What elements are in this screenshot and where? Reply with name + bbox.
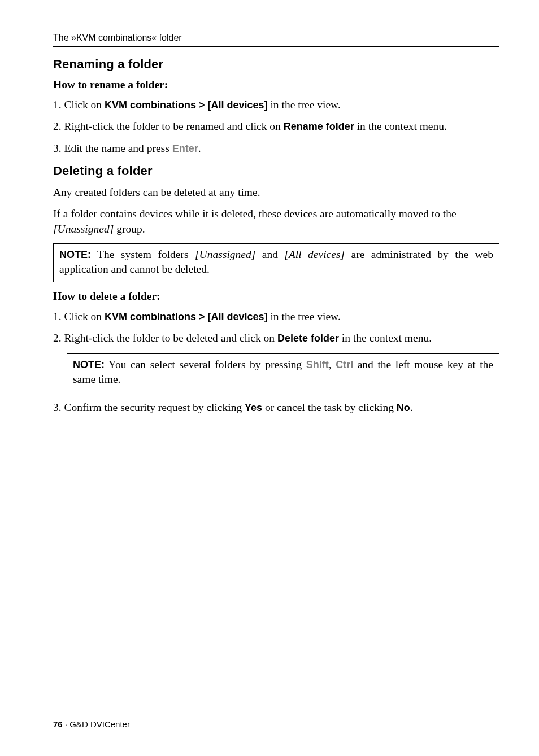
delete-step-3: 3. Confirm the security request by click… <box>53 400 499 415</box>
rename-steps: 1. Click on KVM combinations > [All devi… <box>53 98 499 156</box>
step-text: Click on <box>64 99 105 111</box>
running-header: The »KVM combinations« folder <box>53 33 499 43</box>
step-text: . <box>410 401 413 413</box>
text: If a folder contains devices while it is… <box>53 208 457 220</box>
folder-unassigned: [Unassigned] <box>53 223 114 235</box>
ui-path: KVM combinations > [All devices] <box>105 99 268 111</box>
rename-step-1: 1. Click on KVM combinations > [All devi… <box>53 98 499 112</box>
step-text: Confirm the security request by clicking <box>64 401 245 413</box>
step-text: Edit the name and press <box>64 142 172 154</box>
delete-step-1: 1. Click on KVM combinations > [All devi… <box>53 309 499 324</box>
rename-step-3: 3. Edit the name and press Enter. <box>53 141 499 156</box>
note-text: , <box>329 359 336 370</box>
section-deleting-title: Deleting a folder <box>53 164 499 178</box>
folder-all-devices: [All devices] <box>284 248 345 260</box>
step-text: Right-click the folder to be renamed and… <box>64 120 284 132</box>
step-text: or cancel the task by clicking <box>262 401 397 413</box>
step-number: 2. <box>53 332 62 344</box>
note-text: You can select several folders by pressi… <box>105 359 306 370</box>
step-number: 2. <box>53 120 62 132</box>
key-enter: Enter <box>172 143 198 154</box>
step-text: in the tree view. <box>268 311 341 322</box>
header-rule <box>53 46 499 47</box>
rename-step-2: 2. Right-click the folder to be renamed … <box>53 119 499 134</box>
menu-item: Rename folder <box>284 121 354 132</box>
step-number: 1. <box>53 99 62 111</box>
footer-sep: · <box>63 719 70 729</box>
delete-steps-continued: 3. Confirm the security request by click… <box>53 400 499 415</box>
key-ctrl: Ctrl <box>336 359 353 370</box>
step-number: 3. <box>53 142 62 154</box>
delete-steps: 1. Click on KVM combinations > [All devi… <box>53 309 499 346</box>
note-text: and <box>255 248 284 260</box>
note-label: NOTE: <box>73 359 105 370</box>
ui-path: KVM combinations > [All devices] <box>105 311 268 322</box>
doc-title: G&D DVICenter <box>69 719 130 729</box>
delete-step-2: 2. Right-click the folder to be deleted … <box>53 331 499 346</box>
step-text: in the tree view. <box>268 99 341 111</box>
note-text: The system folders <box>91 248 195 260</box>
text: group. <box>114 223 145 235</box>
step-text: Right-click the folder to be deleted and… <box>64 332 277 344</box>
step-number: 1. <box>53 311 62 322</box>
button-no: No <box>397 402 410 413</box>
page-footer: 76 · G&D DVICenter <box>53 719 130 729</box>
delete-intro-1: Any created folders can be deleted at an… <box>53 185 499 200</box>
howto-delete: How to delete a folder: <box>53 290 499 303</box>
delete-intro-2: If a folder contains devices while it is… <box>53 207 499 237</box>
menu-item: Delete folder <box>277 333 339 344</box>
step-text: in the context menu. <box>339 332 432 344</box>
howto-rename: How to rename a folder: <box>53 78 499 91</box>
key-shift: Shift <box>306 359 329 370</box>
button-yes: Yes <box>245 402 262 413</box>
step-number: 3. <box>53 401 62 413</box>
step-text: Click on <box>64 311 105 322</box>
note-label: NOTE: <box>59 249 91 260</box>
page-number: 76 <box>53 719 63 729</box>
step-text: . <box>198 142 201 154</box>
step-text: in the context menu. <box>354 120 447 132</box>
folder-unassigned: [Unassigned] <box>195 248 255 260</box>
note-multi-select: NOTE: You can select several folders by … <box>67 353 499 392</box>
note-system-folders: NOTE: The system folders [Unassigned] an… <box>53 243 499 282</box>
section-renaming-title: Renaming a folder <box>53 57 499 72</box>
